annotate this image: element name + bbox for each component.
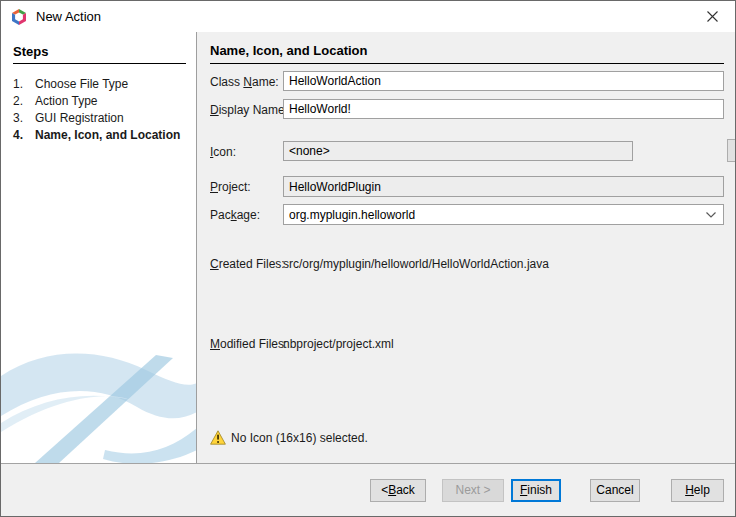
- step-number: 2.: [1, 94, 24, 108]
- help-button[interactable]: Help: [671, 479, 724, 502]
- modified-files-label: Modified Files:: [210, 337, 287, 351]
- package-input[interactable]: [283, 204, 724, 225]
- finish-button[interactable]: Finish: [511, 479, 561, 502]
- netbeans-logo-icon: [11, 9, 27, 25]
- window-title: New Action: [36, 9, 101, 24]
- step-item-choose-file-type: 1. Choose File Type: [1, 76, 196, 92]
- close-icon[interactable]: [689, 1, 735, 32]
- back-button[interactable]: < Back: [370, 479, 426, 502]
- created-files-label: Created Files:: [210, 257, 285, 271]
- watermark-swoosh-graphic: [1, 328, 197, 463]
- wizard-button-bar: < Back Next > Finish Cancel Help: [1, 463, 735, 516]
- step-item-action-type: 2. Action Type: [1, 93, 196, 109]
- step-item-name-icon-location-current: 4. Name, Icon, and Location: [1, 127, 196, 143]
- warning-message: No Icon (16x16) selected.: [210, 430, 368, 445]
- class-name-input[interactable]: [283, 71, 724, 91]
- browse-button[interactable]: Browse...: [727, 139, 736, 162]
- steps-sidebar: Steps 1. Choose File Type 2. Action Type…: [1, 32, 197, 463]
- display-name-label: Display Name:: [210, 103, 288, 117]
- title-bar: New Action: [1, 1, 735, 32]
- step-number: 1.: [1, 77, 24, 91]
- panel-heading: Name, Icon, and Location: [210, 43, 724, 64]
- step-label: Choose File Type: [24, 77, 128, 91]
- modified-files-value: nbproject/project.xml: [283, 337, 394, 351]
- class-name-label: Class Name:: [210, 75, 279, 89]
- icon-label: Icon:: [210, 145, 236, 159]
- step-number: 4.: [1, 128, 24, 142]
- warning-text: No Icon (16x16) selected.: [231, 431, 368, 445]
- cancel-button[interactable]: Cancel: [590, 479, 640, 502]
- next-button: Next >: [442, 479, 504, 502]
- step-label: GUI Registration: [24, 111, 124, 125]
- package-label: Package:: [210, 208, 260, 222]
- steps-heading: Steps: [13, 44, 186, 64]
- project-label: Project:: [210, 180, 251, 194]
- step-number: 3.: [1, 111, 24, 125]
- package-combobox: [283, 204, 724, 225]
- step-item-gui-registration: 3. GUI Registration: [1, 110, 196, 126]
- project-field: [283, 176, 724, 197]
- new-action-wizard-dialog: New Action Steps 1. Choose File Type 2. …: [0, 0, 736, 517]
- display-name-input[interactable]: [283, 99, 724, 119]
- steps-list: 1. Choose File Type 2. Action Type 3. GU…: [1, 76, 196, 143]
- created-files-value: src/org/myplugin/helloworld/HelloWorldAc…: [283, 257, 549, 271]
- step-label: Action Type: [24, 94, 97, 108]
- wizard-content-panel: Name, Icon, and Location Class Name: Dis…: [197, 32, 735, 463]
- chevron-down-icon[interactable]: [699, 205, 723, 224]
- warning-icon: [210, 430, 226, 445]
- icon-path-field: [283, 141, 633, 161]
- step-label: Name, Icon, and Location: [24, 128, 180, 142]
- wizard-body: Steps 1. Choose File Type 2. Action Type…: [1, 32, 735, 463]
